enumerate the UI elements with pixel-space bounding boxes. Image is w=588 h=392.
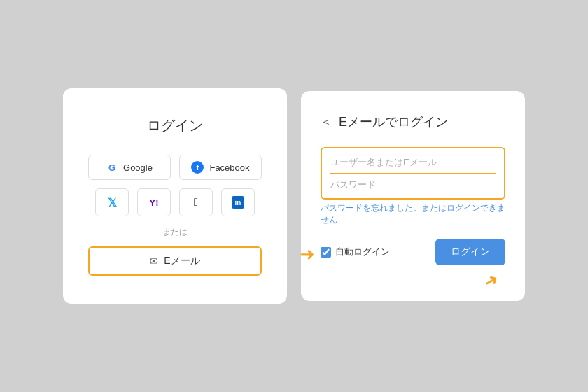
linkedin-icon: in <box>232 196 244 209</box>
social-top-row: G Google f Facebook <box>88 155 262 180</box>
left-title: ログイン <box>147 116 203 135</box>
username-input[interactable] <box>322 148 504 173</box>
google-icon: G <box>106 162 118 173</box>
google-label: Google <box>123 162 153 173</box>
credentials-input-group <box>321 147 505 200</box>
yahoo-button[interactable]: Y! <box>137 188 171 216</box>
twitter-button[interactable]: 𝕏 <box>95 188 129 216</box>
login-card-right: ＜ Eメールでログイン パスワードを忘れました。またはログインできません 自動ロ… <box>301 91 525 301</box>
password-input[interactable] <box>322 174 504 198</box>
google-button[interactable]: G Google <box>88 155 171 180</box>
login-button[interactable]: ログイン <box>435 239 505 265</box>
auto-login-label[interactable]: 自動ログイン <box>321 246 390 258</box>
apple-icon:  <box>194 196 198 209</box>
mail-icon: ✉ <box>150 255 158 267</box>
social-icon-row: 𝕏 Y!  in <box>88 188 262 216</box>
right-title: Eメールでログイン <box>339 113 448 130</box>
email-button[interactable]: ✉ Eメール <box>88 246 262 276</box>
linkedin-button[interactable]: in <box>221 188 255 216</box>
bottom-row: 自動ログイン ログイン ➜ <box>321 239 505 265</box>
email-label: Eメール <box>164 255 200 267</box>
auto-login-text: 自動ログイン <box>335 246 390 258</box>
auto-login-checkbox[interactable] <box>321 247 331 258</box>
yahoo-icon: Y! <box>150 197 159 208</box>
facebook-icon: f <box>191 161 204 174</box>
main-container: ログイン G Google f Facebook 𝕏 Y!  in <box>63 88 525 304</box>
back-button[interactable]: ＜ <box>321 115 332 130</box>
arrow-indicator: ➜ <box>300 244 315 265</box>
forgot-password-link[interactable]: パスワードを忘れました。またはログインできません <box>321 202 505 226</box>
twitter-icon: 𝕏 <box>108 196 117 209</box>
login-card-left: ログイン G Google f Facebook 𝕏 Y!  in <box>63 88 287 304</box>
apple-button[interactable]:  <box>179 188 213 216</box>
facebook-button[interactable]: f Facebook <box>179 155 262 180</box>
right-header: ＜ Eメールでログイン <box>321 113 505 130</box>
divider-label: または <box>162 226 188 238</box>
facebook-label: Facebook <box>209 162 249 173</box>
arrow-indicator-right: ➜ <box>480 269 502 293</box>
